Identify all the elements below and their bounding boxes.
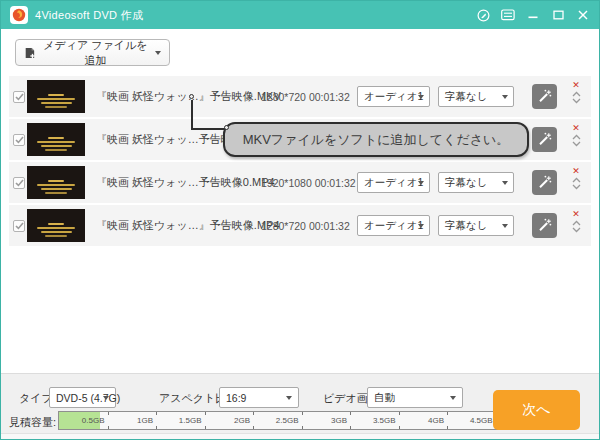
maximize-icon[interactable] bbox=[550, 7, 566, 23]
move-up-icon[interactable] bbox=[572, 91, 581, 97]
callout-tooltip: MKVファイルをソフトに追加してください。 bbox=[223, 122, 529, 157]
audio-track-select[interactable]: オーディオ1 bbox=[357, 86, 430, 107]
row-actions: ✕ bbox=[569, 167, 583, 190]
file-resolution-duration: 1280*720 00:01:32 bbox=[261, 205, 350, 246]
chevron-down-icon bbox=[502, 95, 508, 99]
file-row: 『映画 妖怪ウォッ…』予告映像.MKV 1280*720 00:01:32 オー… bbox=[9, 76, 591, 117]
file-resolution-duration: 1280*720 00:01:32 bbox=[261, 76, 350, 117]
video-thumbnail bbox=[27, 166, 85, 199]
app-window: 4Videosoft DVD 作成 bbox=[0, 0, 600, 440]
add-file-icon bbox=[24, 46, 36, 60]
chevron-down-icon bbox=[502, 224, 508, 228]
move-down-icon[interactable] bbox=[572, 227, 581, 233]
move-up-icon[interactable] bbox=[572, 177, 581, 183]
next-button[interactable]: 次へ bbox=[493, 390, 580, 430]
file-resolution-duration: 1920*1080 00:01:32 bbox=[261, 162, 356, 203]
row-checkbox[interactable] bbox=[13, 134, 25, 146]
aspect-ratio-select[interactable]: 16:9 bbox=[219, 387, 299, 408]
file-title: 『映画 妖怪ウォッ…予告映像0.MP4 bbox=[96, 162, 275, 203]
capacity-tick-label: 1GB bbox=[122, 416, 156, 425]
video-thumbnail bbox=[27, 123, 85, 156]
capacity-tick-label: 3GB bbox=[316, 416, 350, 425]
window-title: 4Videosoft DVD 作成 bbox=[35, 8, 143, 23]
feedback-quill-icon[interactable] bbox=[475, 7, 491, 23]
edit-magic-wand-button[interactable] bbox=[532, 84, 557, 109]
capacity-tick bbox=[205, 412, 206, 429]
row-checkbox[interactable] bbox=[13, 177, 25, 189]
file-list: 『映画 妖怪ウォッ…』予告映像.MKV 1280*720 00:01:32 オー… bbox=[9, 76, 591, 248]
delete-icon[interactable]: ✕ bbox=[572, 210, 580, 219]
window-controls bbox=[475, 1, 591, 29]
move-down-icon[interactable] bbox=[572, 141, 581, 147]
magic-wand-icon bbox=[537, 175, 552, 190]
capacity-tick-label: 3.5GB bbox=[365, 416, 399, 425]
edit-magic-wand-button[interactable] bbox=[532, 213, 557, 238]
file-title: 『映画 妖怪ウォッ…』予告映像.MP4 bbox=[96, 205, 280, 246]
edit-magic-wand-button[interactable] bbox=[532, 127, 557, 152]
edit-magic-wand-button[interactable] bbox=[532, 170, 557, 195]
add-media-label: メディア ファイルを追加 bbox=[42, 38, 149, 68]
delete-icon[interactable]: ✕ bbox=[572, 124, 580, 133]
close-icon[interactable] bbox=[575, 7, 591, 23]
row-actions: ✕ bbox=[569, 210, 583, 233]
capacity-tick-label: 4.5GB bbox=[462, 416, 496, 425]
chevron-down-icon bbox=[418, 95, 424, 99]
chevron-down-icon bbox=[418, 181, 424, 185]
move-down-icon[interactable] bbox=[572, 184, 581, 190]
subtitle-select[interactable]: 字幕なし bbox=[438, 172, 514, 193]
add-media-button[interactable]: メディア ファイルを追加 bbox=[15, 39, 170, 66]
capacity-tick-label: 2.5GB bbox=[268, 416, 302, 425]
video-thumbnail bbox=[27, 209, 85, 242]
chevron-down-icon bbox=[502, 181, 508, 185]
chevron-down-icon bbox=[418, 224, 424, 228]
callout-connector-line bbox=[191, 100, 193, 130]
row-checkbox[interactable] bbox=[13, 91, 25, 103]
capacity-label: 見積容量: bbox=[9, 415, 56, 430]
capacity-tick bbox=[447, 412, 448, 429]
audio-track-select[interactable]: オーディオ1 bbox=[357, 172, 430, 193]
video-quality-select[interactable]: 自動 bbox=[367, 387, 463, 408]
toolbar: メディア ファイルを追加 bbox=[1, 29, 599, 73]
subtitle-select[interactable]: 字幕なし bbox=[438, 215, 514, 236]
capacity-tick-label: 2GB bbox=[219, 416, 253, 425]
magic-wand-icon bbox=[537, 218, 552, 233]
magic-wand-icon bbox=[537, 132, 552, 147]
delete-icon[interactable]: ✕ bbox=[572, 81, 580, 90]
delete-icon[interactable]: ✕ bbox=[572, 167, 580, 176]
row-checkbox[interactable] bbox=[13, 220, 25, 232]
titlebar: 4Videosoft DVD 作成 bbox=[1, 1, 599, 29]
audio-track-select[interactable]: オーディオ1 bbox=[357, 215, 430, 236]
file-row: 『映画 妖怪ウォッ…予告映像0.MP4 1920*1080 00:01:32 オ… bbox=[9, 162, 591, 203]
chevron-down-icon bbox=[286, 396, 292, 400]
capacity-tick bbox=[156, 412, 157, 429]
move-up-icon[interactable] bbox=[572, 134, 581, 140]
minimize-icon[interactable] bbox=[525, 7, 541, 23]
app-logo-icon bbox=[10, 6, 28, 24]
menu-icon[interactable] bbox=[500, 7, 516, 23]
callout-anchor-dot bbox=[224, 125, 229, 130]
bottom-panel: タイプ: DVD-5 (4.7G) アスペクト比: 16:9 ビデオ画質: 自動… bbox=[1, 373, 599, 433]
callout-connector-line bbox=[191, 128, 225, 130]
row-actions: ✕ bbox=[569, 124, 583, 147]
magic-wand-icon bbox=[537, 89, 552, 104]
capacity-tick bbox=[253, 412, 254, 429]
chevron-down-icon bbox=[103, 396, 109, 400]
row-actions: ✕ bbox=[569, 81, 583, 104]
capacity-tick-label: 1.5GB bbox=[171, 416, 205, 425]
capacity-tick-label: 4GB bbox=[413, 416, 447, 425]
chevron-down-icon bbox=[155, 51, 161, 55]
bottom-strip bbox=[1, 433, 599, 440]
capacity-tick bbox=[302, 412, 303, 429]
move-up-icon[interactable] bbox=[572, 220, 581, 226]
capacity-tick bbox=[108, 412, 109, 429]
move-down-icon[interactable] bbox=[572, 98, 581, 104]
callout-anchor-dot bbox=[189, 94, 194, 99]
capacity-bar: 0.5GB1GB1.5GB2GB2.5GB3GB3.5GB4GB4.5GB bbox=[58, 411, 516, 430]
chevron-down-icon bbox=[450, 396, 456, 400]
capacity-tick-label: 0.5GB bbox=[74, 416, 108, 425]
file-row: 『映画 妖怪ウォッ…』予告映像.MP4 1280*720 00:01:32 オー… bbox=[9, 205, 591, 246]
subtitle-select[interactable]: 字幕なし bbox=[438, 86, 514, 107]
dvd-type-select[interactable]: DVD-5 (4.7G) bbox=[49, 387, 116, 408]
video-thumbnail bbox=[27, 80, 85, 113]
capacity-tick bbox=[399, 412, 400, 429]
